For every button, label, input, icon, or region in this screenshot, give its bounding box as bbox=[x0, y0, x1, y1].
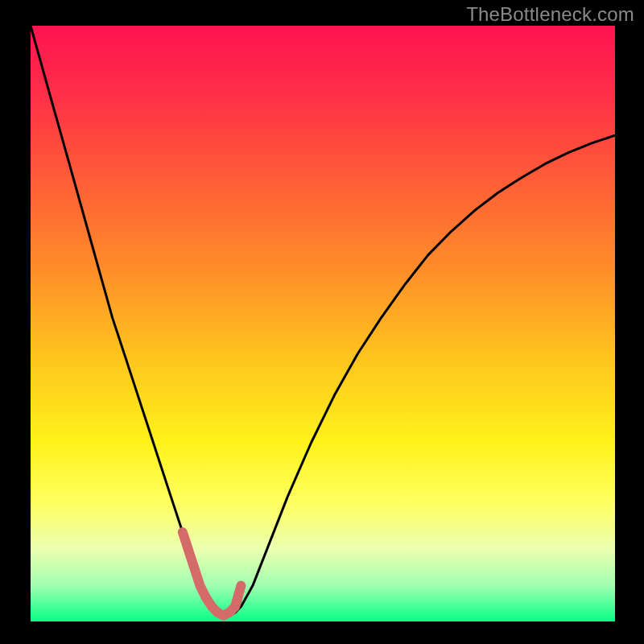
chart-frame: TheBottleneck.com bbox=[0, 0, 644, 644]
gradient-background bbox=[31, 26, 615, 621]
watermark-text: TheBottleneck.com bbox=[466, 3, 634, 26]
bottleneck-chart bbox=[0, 0, 644, 644]
